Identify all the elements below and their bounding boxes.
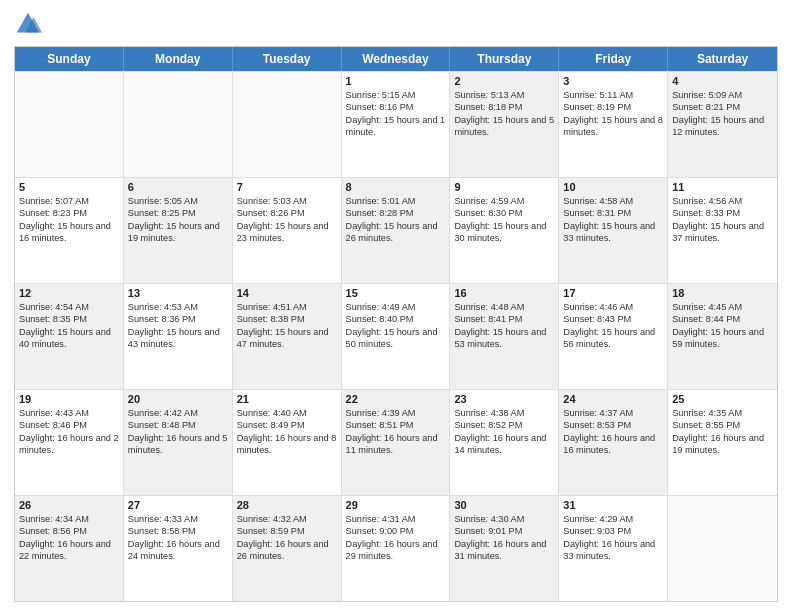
cell-info: Sunrise: 4:59 AM Sunset: 8:30 PM Dayligh… [454, 195, 554, 245]
cell-info: Sunrise: 4:34 AM Sunset: 8:56 PM Dayligh… [19, 513, 119, 563]
calendar-cell: 27Sunrise: 4:33 AM Sunset: 8:58 PM Dayli… [124, 496, 233, 601]
cell-info: Sunrise: 5:01 AM Sunset: 8:28 PM Dayligh… [346, 195, 446, 245]
calendar-cell: 20Sunrise: 4:42 AM Sunset: 8:48 PM Dayli… [124, 390, 233, 495]
day-number: 11 [672, 181, 773, 193]
calendar-cell: 21Sunrise: 4:40 AM Sunset: 8:49 PM Dayli… [233, 390, 342, 495]
calendar-week-2: 5Sunrise: 5:07 AM Sunset: 8:23 PM Daylig… [15, 177, 777, 283]
header-day-sunday: Sunday [15, 47, 124, 71]
day-number: 5 [19, 181, 119, 193]
calendar-cell: 22Sunrise: 4:39 AM Sunset: 8:51 PM Dayli… [342, 390, 451, 495]
calendar-cell: 6Sunrise: 5:05 AM Sunset: 8:25 PM Daylig… [124, 178, 233, 283]
header-day-thursday: Thursday [450, 47, 559, 71]
calendar-cell: 14Sunrise: 4:51 AM Sunset: 8:38 PM Dayli… [233, 284, 342, 389]
calendar-cell: 4Sunrise: 5:09 AM Sunset: 8:21 PM Daylig… [668, 72, 777, 177]
day-number: 12 [19, 287, 119, 299]
calendar-cell: 30Sunrise: 4:30 AM Sunset: 9:01 PM Dayli… [450, 496, 559, 601]
cell-info: Sunrise: 4:39 AM Sunset: 8:51 PM Dayligh… [346, 407, 446, 457]
cell-info: Sunrise: 4:33 AM Sunset: 8:58 PM Dayligh… [128, 513, 228, 563]
header-day-friday: Friday [559, 47, 668, 71]
calendar: SundayMondayTuesdayWednesdayThursdayFrid… [14, 46, 778, 602]
calendar-cell: 17Sunrise: 4:46 AM Sunset: 8:43 PM Dayli… [559, 284, 668, 389]
day-number: 20 [128, 393, 228, 405]
cell-info: Sunrise: 4:29 AM Sunset: 9:03 PM Dayligh… [563, 513, 663, 563]
calendar-body: 1Sunrise: 5:15 AM Sunset: 8:16 PM Daylig… [15, 71, 777, 601]
calendar-cell: 31Sunrise: 4:29 AM Sunset: 9:03 PM Dayli… [559, 496, 668, 601]
day-number: 14 [237, 287, 337, 299]
calendar-cell: 24Sunrise: 4:37 AM Sunset: 8:53 PM Dayli… [559, 390, 668, 495]
cell-info: Sunrise: 4:56 AM Sunset: 8:33 PM Dayligh… [672, 195, 773, 245]
calendar-week-1: 1Sunrise: 5:15 AM Sunset: 8:16 PM Daylig… [15, 71, 777, 177]
calendar-cell: 15Sunrise: 4:49 AM Sunset: 8:40 PM Dayli… [342, 284, 451, 389]
day-number: 17 [563, 287, 663, 299]
calendar-cell: 3Sunrise: 5:11 AM Sunset: 8:19 PM Daylig… [559, 72, 668, 177]
cell-info: Sunrise: 4:38 AM Sunset: 8:52 PM Dayligh… [454, 407, 554, 457]
day-number: 27 [128, 499, 228, 511]
cell-info: Sunrise: 4:53 AM Sunset: 8:36 PM Dayligh… [128, 301, 228, 351]
cell-info: Sunrise: 4:31 AM Sunset: 9:00 PM Dayligh… [346, 513, 446, 563]
day-number: 9 [454, 181, 554, 193]
cell-info: Sunrise: 4:43 AM Sunset: 8:46 PM Dayligh… [19, 407, 119, 457]
cell-info: Sunrise: 4:49 AM Sunset: 8:40 PM Dayligh… [346, 301, 446, 351]
cell-info: Sunrise: 4:58 AM Sunset: 8:31 PM Dayligh… [563, 195, 663, 245]
calendar-cell: 10Sunrise: 4:58 AM Sunset: 8:31 PM Dayli… [559, 178, 668, 283]
calendar-cell: 11Sunrise: 4:56 AM Sunset: 8:33 PM Dayli… [668, 178, 777, 283]
header-day-saturday: Saturday [668, 47, 777, 71]
cell-info: Sunrise: 4:45 AM Sunset: 8:44 PM Dayligh… [672, 301, 773, 351]
calendar-cell: 9Sunrise: 4:59 AM Sunset: 8:30 PM Daylig… [450, 178, 559, 283]
calendar-cell [124, 72, 233, 177]
calendar-cell: 7Sunrise: 5:03 AM Sunset: 8:26 PM Daylig… [233, 178, 342, 283]
day-number: 10 [563, 181, 663, 193]
calendar-week-5: 26Sunrise: 4:34 AM Sunset: 8:56 PM Dayli… [15, 495, 777, 601]
calendar-cell: 18Sunrise: 4:45 AM Sunset: 8:44 PM Dayli… [668, 284, 777, 389]
day-number: 15 [346, 287, 446, 299]
cell-info: Sunrise: 5:13 AM Sunset: 8:18 PM Dayligh… [454, 89, 554, 139]
cell-info: Sunrise: 5:05 AM Sunset: 8:25 PM Dayligh… [128, 195, 228, 245]
header-day-wednesday: Wednesday [342, 47, 451, 71]
calendar-cell: 16Sunrise: 4:48 AM Sunset: 8:41 PM Dayli… [450, 284, 559, 389]
calendar-week-3: 12Sunrise: 4:54 AM Sunset: 8:35 PM Dayli… [15, 283, 777, 389]
calendar-cell: 2Sunrise: 5:13 AM Sunset: 8:18 PM Daylig… [450, 72, 559, 177]
day-number: 29 [346, 499, 446, 511]
day-number: 8 [346, 181, 446, 193]
day-number: 19 [19, 393, 119, 405]
day-number: 2 [454, 75, 554, 87]
cell-info: Sunrise: 4:40 AM Sunset: 8:49 PM Dayligh… [237, 407, 337, 457]
cell-info: Sunrise: 5:15 AM Sunset: 8:16 PM Dayligh… [346, 89, 446, 139]
calendar-cell: 1Sunrise: 5:15 AM Sunset: 8:16 PM Daylig… [342, 72, 451, 177]
logo-icon [14, 10, 42, 38]
calendar-cell: 25Sunrise: 4:35 AM Sunset: 8:55 PM Dayli… [668, 390, 777, 495]
cell-info: Sunrise: 4:30 AM Sunset: 9:01 PM Dayligh… [454, 513, 554, 563]
cell-info: Sunrise: 4:54 AM Sunset: 8:35 PM Dayligh… [19, 301, 119, 351]
day-number: 3 [563, 75, 663, 87]
day-number: 30 [454, 499, 554, 511]
calendar-cell: 29Sunrise: 4:31 AM Sunset: 9:00 PM Dayli… [342, 496, 451, 601]
header [14, 10, 778, 38]
day-number: 28 [237, 499, 337, 511]
day-number: 26 [19, 499, 119, 511]
cell-info: Sunrise: 4:48 AM Sunset: 8:41 PM Dayligh… [454, 301, 554, 351]
logo [14, 10, 46, 38]
calendar-cell: 26Sunrise: 4:34 AM Sunset: 8:56 PM Dayli… [15, 496, 124, 601]
day-number: 16 [454, 287, 554, 299]
header-day-tuesday: Tuesday [233, 47, 342, 71]
calendar-cell [15, 72, 124, 177]
calendar-cell [233, 72, 342, 177]
cell-info: Sunrise: 5:07 AM Sunset: 8:23 PM Dayligh… [19, 195, 119, 245]
page: SundayMondayTuesdayWednesdayThursdayFrid… [0, 0, 792, 612]
day-number: 6 [128, 181, 228, 193]
day-number: 21 [237, 393, 337, 405]
cell-info: Sunrise: 4:37 AM Sunset: 8:53 PM Dayligh… [563, 407, 663, 457]
header-day-monday: Monday [124, 47, 233, 71]
day-number: 25 [672, 393, 773, 405]
cell-info: Sunrise: 4:42 AM Sunset: 8:48 PM Dayligh… [128, 407, 228, 457]
day-number: 1 [346, 75, 446, 87]
day-number: 4 [672, 75, 773, 87]
day-number: 7 [237, 181, 337, 193]
day-number: 23 [454, 393, 554, 405]
calendar-cell: 19Sunrise: 4:43 AM Sunset: 8:46 PM Dayli… [15, 390, 124, 495]
cell-info: Sunrise: 4:35 AM Sunset: 8:55 PM Dayligh… [672, 407, 773, 457]
day-number: 13 [128, 287, 228, 299]
cell-info: Sunrise: 5:09 AM Sunset: 8:21 PM Dayligh… [672, 89, 773, 139]
cell-info: Sunrise: 5:03 AM Sunset: 8:26 PM Dayligh… [237, 195, 337, 245]
cell-info: Sunrise: 4:51 AM Sunset: 8:38 PM Dayligh… [237, 301, 337, 351]
